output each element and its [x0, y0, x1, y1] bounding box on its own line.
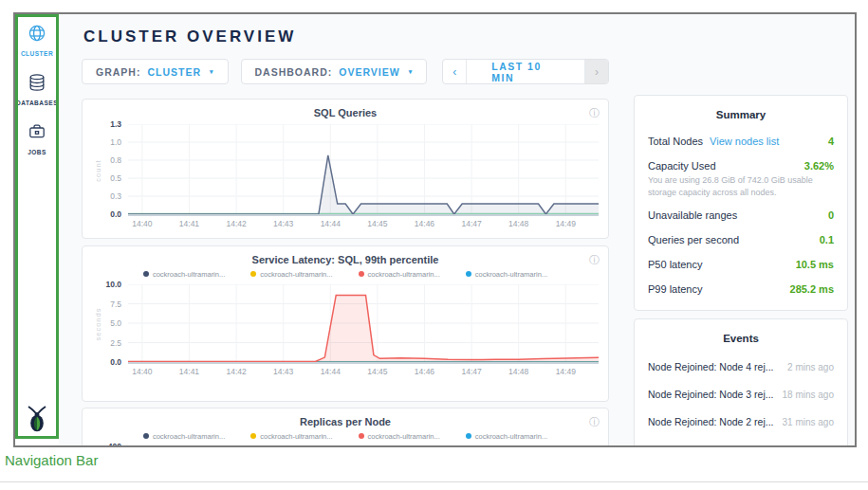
- event-time: 2 mins ago: [787, 362, 834, 372]
- cockroach-logo[interactable]: [26, 406, 48, 436]
- database-icon: [28, 73, 46, 96]
- event-time: an hour ago: [784, 445, 834, 445]
- legend-item[interactable]: cockroach-ultramarin...: [250, 269, 332, 279]
- sidebar-item-jobs[interactable]: JOBS: [28, 122, 46, 155]
- summary-label: Total Nodes: [648, 136, 703, 147]
- legend-item[interactable]: cockroach-ultramarin...: [143, 431, 225, 441]
- summary-label: Unavailable ranges: [648, 209, 737, 221]
- event-text: Node Rejoined: Node 4 rej...: [648, 361, 774, 372]
- event-row: Node Rejoined: Node 1 rej... an hour ago: [648, 435, 834, 445]
- chevron-down-icon: ▾: [409, 68, 414, 76]
- time-range-prev-button[interactable]: ‹: [443, 60, 467, 83]
- event-row: Node Rejoined: Node 2 rej... 31 mins ago: [648, 408, 834, 435]
- legend-item[interactable]: cockroach-ultramarin...: [466, 269, 547, 279]
- x-axis-ticks: 14:4014:4114:4214:4314:4414:4514:4614:47…: [128, 364, 599, 378]
- capacity-note: You are using 26.8 GiB of 742.0 GiB usab…: [648, 174, 834, 199]
- sidebar-item-label: JOBS: [28, 149, 46, 155]
- briefcase-icon: [28, 122, 46, 145]
- summary-value: 3.62%: [804, 160, 834, 172]
- legend-dot-icon: [143, 271, 149, 277]
- plot-area: [128, 284, 599, 364]
- legend-item[interactable]: cockroach-ultramarin...: [143, 269, 225, 279]
- summary-value: 285.2 ms: [790, 283, 834, 295]
- legend-item[interactable]: cockroach-ultramarin...: [359, 269, 440, 279]
- charts-column: CLUSTER OVERVIEW GRAPH: CLUSTER ▾ DASHBO…: [82, 14, 609, 445]
- sidebar-item-label: DATABASES: [16, 100, 58, 106]
- y-axis-ticks: 10.07.55.02.50.0: [103, 284, 128, 364]
- chart-legend: cockroach-ultramarin...cockroach-ultrama…: [92, 269, 599, 279]
- sidebar-item-databases[interactable]: DATABASES: [16, 73, 58, 106]
- summary-row-p99: P99 latency 285.2 ms: [648, 277, 834, 301]
- legend-dot-icon: [359, 271, 364, 277]
- event-text: Node Rejoined: Node 3 rej...: [648, 389, 774, 400]
- dashboard-dropdown-value: OVERVIEW: [339, 66, 399, 78]
- event-row: Node Rejoined: Node 4 rej... 2 mins ago: [648, 353, 834, 380]
- time-range-selector: ‹ LAST 10 MIN ›: [442, 59, 609, 84]
- divider: [0, 481, 868, 482]
- y-axis-label: seconds: [92, 284, 103, 364]
- summary-label: Queries per second: [648, 234, 739, 245]
- info-icon[interactable]: ⓘ: [589, 106, 600, 120]
- event-text: Node Rejoined: Node 1 rej...: [648, 444, 774, 445]
- events-title: Events: [648, 333, 834, 344]
- summary-label: P50 latency: [648, 259, 702, 270]
- summary-title: Summary: [648, 109, 834, 120]
- summary-value: 10.5 ms: [796, 259, 834, 270]
- event-row: Node Rejoined: Node 3 rej... 18 mins ago: [648, 380, 834, 408]
- plot-area: [128, 124, 599, 216]
- annotation-text: Navigation Bar: [5, 452, 98, 468]
- view-nodes-list-link[interactable]: View nodes list: [710, 136, 779, 147]
- side-panels: Summary Total Nodes View nodes list 4 Ca…: [634, 14, 848, 445]
- chart-legend: cockroach-ultramarin...cockroach-ultrama…: [92, 431, 599, 441]
- legend-dot-icon: [250, 433, 256, 439]
- navigation-bar: CLUSTER DATABASES JOBS: [15, 14, 59, 445]
- legend-dot-icon: [359, 433, 364, 439]
- event-time: 31 mins ago: [783, 417, 834, 427]
- app-window: CLUSTER DATABASES JOBS: [13, 12, 857, 447]
- event-time: 18 mins ago: [783, 390, 834, 400]
- main-content: CLUSTER OVERVIEW GRAPH: CLUSTER ▾ DASHBO…: [59, 14, 855, 445]
- graph-dropdown[interactable]: GRAPH: CLUSTER ▾: [82, 59, 229, 84]
- chart-title: Service Latency: SQL, 99th percentile: [92, 254, 599, 265]
- legend-dot-icon: [143, 433, 149, 439]
- x-axis-ticks: 14:4014:4114:4214:4314:4414:4514:4614:47…: [128, 216, 599, 230]
- info-icon[interactable]: ⓘ: [589, 253, 600, 267]
- event-text: Node Rejoined: Node 2 rej...: [648, 416, 774, 427]
- toolbar: GRAPH: CLUSTER ▾ DASHBOARD: OVERVIEW ▾ ‹…: [82, 59, 609, 84]
- summary-row-total-nodes: Total Nodes View nodes list 4: [648, 129, 834, 154]
- summary-row-qps: Queries per second 0.1: [648, 227, 834, 252]
- summary-value: 0: [828, 209, 834, 221]
- summary-label: P99 latency: [648, 283, 702, 295]
- dashboard-dropdown-label: DASHBOARD:: [255, 66, 333, 78]
- chevron-down-icon: ▾: [210, 68, 214, 76]
- summary-label: Capacity Used: [648, 160, 716, 172]
- legend-dot-icon: [250, 271, 256, 277]
- graph-dropdown-value: CLUSTER: [147, 66, 201, 78]
- summary-row-p50: P50 latency 10.5 ms: [648, 252, 834, 277]
- y-axis-ticks: 1.31.00.80.50.30.0: [103, 124, 128, 216]
- graph-dropdown-label: GRAPH:: [96, 66, 140, 78]
- legend-item[interactable]: cockroach-ultramarin...: [359, 431, 440, 441]
- chart-title: Replicas per Node: [92, 416, 599, 427]
- dashboard-dropdown[interactable]: DASHBOARD: OVERVIEW ▾: [241, 59, 428, 84]
- sidebar-item-cluster[interactable]: CLUSTER: [21, 24, 53, 57]
- time-range-next-button[interactable]: ›: [585, 60, 608, 83]
- legend-dot-icon: [466, 271, 471, 277]
- time-range-value[interactable]: LAST 10 MIN: [467, 60, 585, 83]
- events-panel: Events Node Rejoined: Node 4 rej... 2 mi…: [634, 318, 848, 445]
- globe-icon: [28, 24, 46, 46]
- chart-replicas-per-node: Replicas per Node ⓘ cockroach-ultramarin…: [82, 408, 609, 445]
- legend-dot-icon: [466, 433, 471, 439]
- y-axis-label: count: [92, 124, 103, 216]
- chart-sql-queries: SQL Queries ⓘ count 1.31.00.80.50.30.0 1…: [82, 99, 609, 239]
- chart-service-latency: Service Latency: SQL, 99th percentile ⓘ …: [82, 245, 609, 402]
- legend-item[interactable]: cockroach-ultramarin...: [466, 431, 547, 441]
- legend-item[interactable]: cockroach-ultramarin...: [250, 431, 332, 441]
- chart-title: SQL Queries: [92, 107, 599, 118]
- summary-panel: Summary Total Nodes View nodes list 4 Ca…: [634, 95, 848, 311]
- sidebar-item-label: CLUSTER: [21, 50, 53, 57]
- info-icon[interactable]: ⓘ: [589, 415, 600, 429]
- summary-value: 4: [828, 136, 834, 147]
- page-title: CLUSTER OVERVIEW: [83, 27, 609, 46]
- summary-row-unavailable-ranges: Unavailable ranges 0: [648, 203, 834, 227]
